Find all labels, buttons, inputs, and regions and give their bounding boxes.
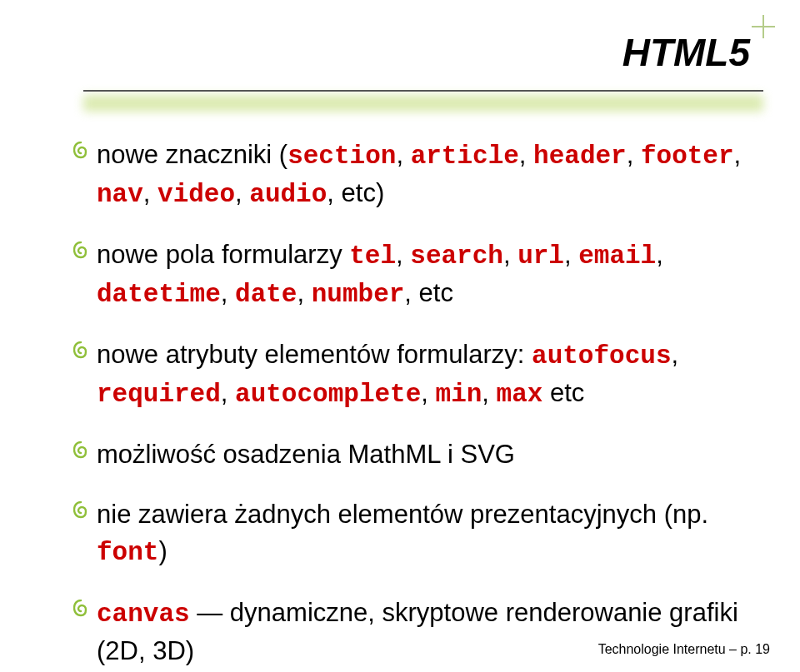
list-item: nowe pola formularzy tel, search, url, e…: [65, 236, 758, 313]
code-token: search: [410, 241, 503, 271]
slide-title: HTML5: [622, 30, 750, 75]
bullet-icon: [65, 236, 97, 260]
spiral-bullet-icon: [73, 441, 88, 460]
spiral-bullet-icon: [73, 341, 88, 360]
code-token: email: [578, 241, 656, 271]
code-token: audio: [249, 180, 327, 209]
spiral-bullet-icon: [73, 600, 88, 618]
text-token: ,: [143, 178, 158, 207]
text-token: ,: [297, 278, 311, 307]
code-token: datetime: [97, 280, 221, 309]
list-item: możliwość osadzenia MathML i SVG: [65, 436, 758, 473]
list-item-text: nowe pola formularzy tel, search, url, e…: [97, 236, 758, 313]
code-token: autofocus: [532, 341, 671, 371]
text-token: ,: [519, 140, 533, 169]
text-token: ,: [672, 340, 679, 369]
code-token: video: [158, 180, 235, 209]
bullet-icon: [65, 436, 97, 460]
code-token: header: [533, 142, 627, 171]
bullet-icon: [65, 595, 97, 618]
slide-footer: Technologie Internetu – p. 19: [598, 642, 770, 657]
list-item-text: nowe atrybuty elementów formularzy: auto…: [97, 336, 758, 413]
code-token: canvas: [97, 600, 190, 629]
list-item-text: nowe znaczniki (section, article, header…: [97, 137, 758, 213]
text-token: ,: [421, 378, 435, 407]
spiral-bullet-icon: [73, 501, 88, 520]
text-token: ,: [503, 240, 518, 269]
list-item-text: canvas — dynamiczne, skryptowe renderowa…: [97, 595, 758, 670]
text-token: ,: [656, 240, 663, 269]
code-token: tel: [349, 241, 396, 271]
text-token: , etc): [327, 178, 384, 207]
text-token: ,: [221, 278, 235, 307]
text-token: etc: [542, 378, 584, 407]
list-item: nowe znaczniki (section, article, header…: [65, 137, 758, 213]
text-token: ,: [482, 378, 496, 407]
spiral-bullet-icon: [73, 142, 88, 160]
code-token: section: [288, 142, 396, 171]
bullet-icon: [65, 137, 97, 160]
code-token: font: [97, 538, 158, 567]
code-token: date: [235, 280, 297, 309]
code-token: autocomplete: [235, 380, 421, 409]
list-item: nie zawiera żadnych elementów prezentacy…: [65, 496, 758, 571]
text-token: ,: [564, 240, 578, 269]
code-token: max: [497, 380, 543, 409]
text-token: ): [158, 536, 167, 565]
text-token: nowe atrybuty elementów formularzy:: [97, 340, 532, 369]
text-token: , etc: [404, 278, 453, 307]
code-token: required: [97, 380, 221, 409]
code-token: footer: [641, 142, 734, 171]
list-item: nowe atrybuty elementów formularzy: auto…: [65, 336, 758, 413]
bullet-icon: [65, 496, 97, 520]
bullet-icon: [65, 336, 97, 360]
text-token: ,: [734, 140, 742, 169]
corner-decoration: [752, 15, 775, 38]
text-token: ,: [235, 178, 249, 207]
code-token: number: [312, 280, 405, 309]
list-item: canvas — dynamiczne, skryptowe renderowa…: [65, 595, 758, 670]
text-token: nowe pola formularzy: [97, 240, 349, 269]
code-token: nav: [97, 180, 143, 209]
bullet-list: nowe znaczniki (section, article, header…: [65, 137, 758, 672]
code-token: article: [411, 142, 519, 171]
text-token: ,: [396, 240, 410, 269]
text-token: nie zawiera żadnych elementów prezentacy…: [97, 500, 708, 529]
title-underline: [83, 87, 763, 115]
text-token: ,: [627, 140, 641, 169]
list-item-text: możliwość osadzenia MathML i SVG: [97, 436, 515, 473]
list-item-text: nie zawiera żadnych elementów prezentacy…: [97, 496, 758, 571]
code-token: min: [436, 380, 482, 409]
text-token: możliwość osadzenia MathML i SVG: [97, 440, 515, 469]
text-token: nowe znaczniki (: [97, 140, 288, 169]
spiral-bullet-icon: [73, 241, 88, 260]
text-token: ,: [396, 140, 410, 169]
code-token: url: [518, 241, 564, 271]
text-token: ,: [221, 378, 235, 407]
